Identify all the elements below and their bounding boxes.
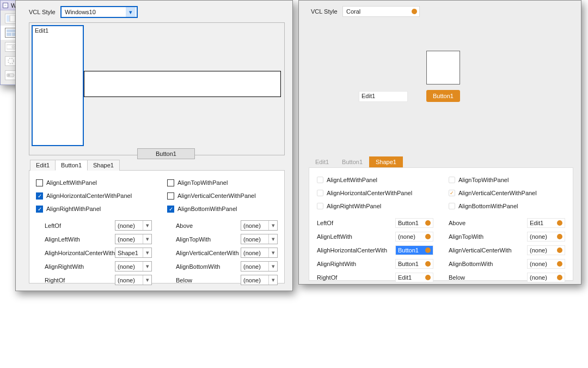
prop-combo[interactable]: (none)▾ [241, 234, 278, 244]
checkbox[interactable] [317, 203, 323, 209]
check-label: AlignBottomWithPanel [177, 206, 237, 212]
prop-combo[interactable]: (none)▾ [115, 234, 152, 244]
prop-combo[interactable]: Button1 [395, 245, 433, 255]
checkbox[interactable] [317, 190, 323, 196]
checkbox[interactable]: ✓ [36, 192, 43, 200]
dropdown-dot-icon [425, 261, 431, 267]
svg-rect-3 [7, 33, 11, 36]
style-label: VCL Style [311, 8, 342, 15]
prop-label: AlignVerticalCenterWith [449, 247, 527, 254]
svg-rect-1 [10, 15, 15, 22]
button1[interactable]: Button1 [426, 90, 460, 102]
dropdown-dot-icon [557, 248, 562, 253]
window-windows10: VCL Style Windows10 ▾ Edit1 Button1 Edit… [15, 0, 293, 291]
prop-label: Above [449, 220, 527, 226]
style-row: VCL Style Coral [299, 1, 581, 21]
tab-shape1[interactable]: Shape1 [369, 156, 403, 167]
prop-combo[interactable]: (none) [527, 259, 565, 269]
prop-combo[interactable]: (none) [527, 273, 565, 282]
checkbox[interactable] [449, 177, 455, 183]
dropdown-dot-icon [557, 261, 562, 267]
edit1-box[interactable]: Edit1 [32, 25, 84, 146]
prop-label: RightOf [317, 274, 395, 281]
prop-combo[interactable]: Edit1 [395, 273, 433, 282]
button1[interactable]: Button1 [137, 148, 195, 159]
prop-label: Below [167, 277, 241, 283]
prop-combo[interactable]: (none) [395, 232, 433, 242]
style-combo[interactable]: Coral [342, 6, 420, 17]
chevron-down-icon: ▾ [143, 275, 151, 285]
prop-label: AlignTopWith [449, 233, 527, 240]
check-label: AlignLeftWithPanel [327, 177, 377, 183]
chevron-down-icon: ▾ [126, 7, 136, 17]
style-value: Windows10 [65, 9, 96, 15]
dropdown-dot-icon [425, 220, 431, 226]
dropdown-dot-icon [425, 248, 431, 253]
prop-label: Below [449, 274, 527, 281]
checkbox[interactable]: ✓ [449, 190, 455, 196]
checkbox[interactable] [36, 179, 43, 186]
svg-rect-0 [7, 15, 9, 22]
style-value: Coral [346, 8, 360, 15]
prop-label: AlignRightWith [317, 261, 395, 267]
svg-point-7 [8, 58, 14, 64]
dropdown-dot-icon [425, 275, 431, 280]
checkbox[interactable] [317, 177, 323, 183]
checkbox[interactable]: ✓ [167, 206, 174, 213]
tab-edit1[interactable]: Edit1 [309, 156, 335, 167]
prop-combo[interactable]: (none)▾ [241, 275, 278, 285]
checkbox[interactable]: ✓ [36, 206, 43, 213]
prop-label: AlignBottomWith [167, 263, 241, 270]
dropdown-dot-icon [425, 234, 431, 239]
prop-combo[interactable]: (none) [527, 245, 565, 255]
prop-combo[interactable]: (none) [527, 232, 565, 242]
prop-combo[interactable]: (none)▾ [115, 261, 152, 272]
window-coral: VCL Style Coral Edit1 Button1 Edit1 Butt… [298, 0, 581, 285]
prop-label: AlignTopWith [167, 236, 241, 243]
prop-label: AlignVerticalCenterWith [167, 250, 241, 256]
prop-combo[interactable]: Button1 [395, 259, 433, 269]
checkbox[interactable] [449, 203, 455, 209]
prop-label: AlignRightWith [36, 263, 115, 270]
check-label: AlignHorizontalCenterWithPanel [46, 192, 132, 199]
check-label: AlignRightWithPanel [46, 206, 101, 212]
tab-button1[interactable]: Button1 [55, 160, 88, 171]
prop-combo[interactable]: Edit1 [527, 218, 565, 228]
check-label: AlignTopWithPanel [458, 177, 509, 183]
prop-label: AlighHorizontalCenterWith [36, 250, 115, 256]
check-label: AlignHorizontalCenterWithPanel [327, 190, 412, 196]
prop-combo[interactable]: Shape1▾ [115, 248, 152, 258]
tabs: Edit1 Button1 Shape1 [30, 160, 292, 171]
collapse-icon[interactable]: − [3, 3, 8, 8]
check-label: AlignBottomWithPanel [458, 203, 518, 209]
svg-rect-2 [7, 29, 15, 32]
prop-label: AlignBottomWith [449, 261, 527, 267]
dropdown-dot-icon [557, 275, 562, 280]
prop-combo[interactable]: Button1 [395, 218, 433, 228]
prop-combo[interactable]: (none)▾ [241, 220, 278, 231]
svg-point-9 [8, 74, 10, 77]
prop-label: LeftOf [36, 222, 115, 229]
tab-edit1[interactable]: Edit1 [30, 160, 56, 171]
prop-combo[interactable]: (none)▾ [241, 248, 278, 258]
shape1-box[interactable] [426, 51, 460, 85]
prop-label: AlighHorizontalCenterWith [317, 247, 395, 254]
prop-combo[interactable]: (none)▾ [115, 220, 152, 231]
prop-combo[interactable]: (none)▾ [115, 275, 152, 285]
style-label: VCL Style [29, 9, 60, 15]
check-label: AlignRightWithPanel [327, 203, 381, 209]
style-combo[interactable]: Windows10 ▾ [60, 6, 138, 18]
tab-shape1[interactable]: Shape1 [87, 160, 120, 171]
prop-label: AlignLeftWith [317, 233, 395, 240]
chevron-down-icon: ▾ [143, 248, 151, 257]
checkbox[interactable] [167, 192, 174, 200]
prop-label: AlignLeftWith [36, 236, 115, 243]
chevron-down-icon: ▾ [268, 248, 277, 257]
edit1-box[interactable]: Edit1 [359, 91, 408, 102]
checkbox[interactable] [167, 179, 174, 186]
shape1-box[interactable] [84, 71, 281, 97]
tab-button1[interactable]: Button1 [335, 156, 369, 167]
check-label: AlignTopWithPanel [177, 179, 228, 186]
prop-combo[interactable]: (none)▾ [241, 261, 278, 272]
check-label: AlignVerticalCenterWithPanel [458, 190, 537, 196]
